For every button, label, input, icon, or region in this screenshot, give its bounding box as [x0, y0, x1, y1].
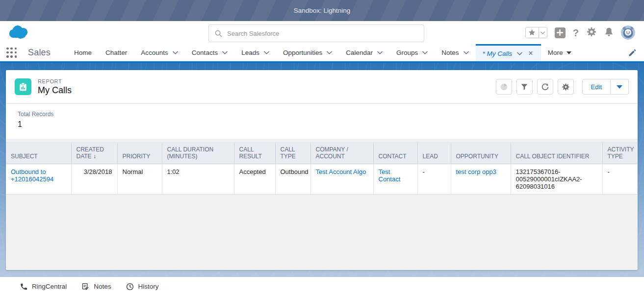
nav-item-contacts[interactable]: Contacts [185, 44, 234, 61]
chevron-down-icon[interactable] [464, 51, 469, 54]
close-tab-icon[interactable]: × [527, 49, 534, 57]
cell-opportunity[interactable]: test corp opp3 [451, 164, 511, 195]
history-clock-icon [126, 283, 134, 291]
nav-item-label: Accounts [141, 49, 168, 56]
nav-item-label: Home [74, 49, 92, 56]
cell-call-type: Outbound [275, 164, 310, 195]
app-name[interactable]: Sales [28, 48, 51, 58]
cell-subject[interactable]: Outbound to +12016042594 [6, 164, 71, 195]
column-header-opportunity[interactable]: OPPORTUNITY [451, 143, 511, 164]
nav-item-calendar[interactable]: Calendar [339, 44, 389, 61]
setup-gear-icon[interactable] [586, 26, 597, 39]
report-actions: Edit [496, 79, 629, 95]
table-row: Outbound to +120160425943/28/2018Normal1… [6, 164, 637, 195]
global-actions-plus-icon[interactable] [555, 27, 566, 38]
report-clipboard-icon [15, 78, 31, 95]
column-header-created-date[interactable]: CREATED DATE ↓ [71, 143, 117, 164]
cell-lead: - [417, 164, 451, 195]
column-header-label: CALL DURATION (MINUTES) [167, 146, 214, 160]
column-header-contact[interactable]: CONTACT [373, 143, 417, 164]
utility-ringcentral[interactable]: RingCentral [20, 283, 67, 291]
column-header-company-account[interactable]: COMPANY / ACCOUNT [310, 143, 373, 164]
section-divider [6, 139, 638, 143]
column-header-call-result[interactable]: CALL RESULT [234, 143, 275, 164]
nav-item-leads[interactable]: Leads [234, 44, 276, 61]
column-header-lead[interactable]: LEAD [417, 143, 451, 164]
nav-item-label: Notes [441, 49, 459, 56]
report-table-area: SUBJECTCREATED DATE ↓PRIORITYCALL DURATI… [6, 143, 638, 270]
cell-company-account[interactable]: Test Account Algo [310, 164, 373, 195]
nav-more-label: More [548, 49, 563, 56]
chevron-down-icon[interactable] [327, 51, 332, 54]
utility-history[interactable]: History [126, 283, 159, 291]
dropdown-triangle-icon [617, 85, 622, 89]
edit-nav-pencil-icon[interactable] [628, 44, 636, 61]
column-header-label: LEAD [423, 153, 438, 160]
edit-button[interactable]: Edit [582, 79, 611, 95]
cell-call-duration-minutes: 1:02 [162, 164, 234, 195]
nav-item-home[interactable]: Home [67, 44, 99, 61]
settings-button[interactable] [558, 79, 574, 95]
app-launcher-waffle-icon[interactable] [6, 48, 17, 58]
chevron-down-icon[interactable] [264, 51, 269, 54]
nav-item-notes[interactable]: Notes [435, 44, 475, 61]
report-card: REPORT My Calls [6, 70, 638, 270]
nav-item-label: Groups [396, 49, 418, 56]
nav-tab-label: * My Calls [483, 50, 513, 57]
salesforce-page: Sandbox: Lightning [0, 0, 644, 296]
search-icon [215, 30, 222, 37]
help-question-icon[interactable]: ? [573, 28, 579, 38]
nav-tab-my-calls[interactable]: * My Calls × [476, 44, 541, 61]
nav-item-opportunities[interactable]: Opportunities [276, 44, 339, 61]
cell-activity-type: - [602, 164, 637, 195]
filter-button[interactable] [516, 79, 533, 95]
cell-created-date: 3/28/2018 [71, 164, 117, 195]
report-table: SUBJECTCREATED DATE ↓PRIORITYCALL DURATI… [6, 143, 637, 195]
favorites-caret-icon[interactable] [539, 27, 547, 38]
salesforce-cloud-logo[interactable] [7, 24, 29, 42]
column-header-subject[interactable]: SUBJECT [6, 143, 71, 164]
global-header: ? [0, 21, 644, 44]
column-header-label: CALL OBJECT IDENTIFIER [516, 153, 590, 160]
favorites-star-icon[interactable] [526, 27, 539, 38]
nav-item-label: Contacts [192, 49, 218, 56]
column-header-activity-type[interactable]: ACTIVITY TYPE [602, 143, 637, 164]
cell-contact[interactable]: Test Contact [373, 164, 417, 195]
sandbox-banner: Sandbox: Lightning [0, 0, 644, 21]
column-header-call-duration-minutes[interactable]: CALL DURATION (MINUTES) [162, 143, 234, 164]
nav-more[interactable]: More [541, 44, 579, 61]
search-input[interactable] [227, 30, 418, 37]
column-header-label: PRIORITY [123, 153, 151, 160]
chart-button[interactable] [496, 79, 512, 95]
column-header-priority[interactable]: PRIORITY [117, 143, 162, 164]
chevron-down-icon[interactable] [222, 51, 228, 54]
report-eyebrow: REPORT [38, 78, 72, 84]
edit-dropdown-button[interactable] [611, 79, 629, 95]
chevron-down-icon[interactable] [422, 51, 428, 54]
favorites-button[interactable] [525, 27, 547, 38]
nav-item-accounts[interactable]: Accounts [134, 44, 185, 61]
notifications-bell-icon[interactable] [604, 27, 614, 38]
nav-item-groups[interactable]: Groups [389, 44, 435, 61]
filter-funnel-icon [520, 83, 528, 91]
user-avatar[interactable] [621, 25, 635, 40]
nav-item-chatter[interactable]: Chatter [99, 44, 134, 61]
total-records-value: 1 [18, 120, 626, 129]
sandbox-banner-text: Sandbox: Lightning [294, 7, 351, 14]
more-triangle-icon [567, 51, 571, 54]
chevron-down-icon[interactable] [517, 52, 522, 55]
nav-item-label: Calendar [346, 49, 373, 56]
global-search[interactable] [208, 25, 424, 42]
column-header-call-type[interactable]: CALL TYPE [275, 143, 310, 164]
report-header: REPORT My Calls [6, 70, 638, 104]
refresh-button[interactable] [537, 79, 553, 95]
column-header-call-object-identifier[interactable]: CALL OBJECT IDENTIFIER [511, 143, 602, 164]
column-header-label: CALL RESULT [239, 146, 262, 160]
nav-item-label: Opportunities [283, 49, 322, 56]
utility-bar: RingCentral Notes History [0, 276, 644, 296]
chevron-down-icon[interactable] [377, 51, 383, 54]
cell-call-object-identifier: 132175367016-00529000001cIZKAA2-62098031… [511, 164, 602, 195]
utility-notes[interactable]: Notes [81, 283, 111, 291]
chevron-down-icon[interactable] [173, 51, 178, 54]
page-background: REPORT My Calls [0, 63, 644, 276]
